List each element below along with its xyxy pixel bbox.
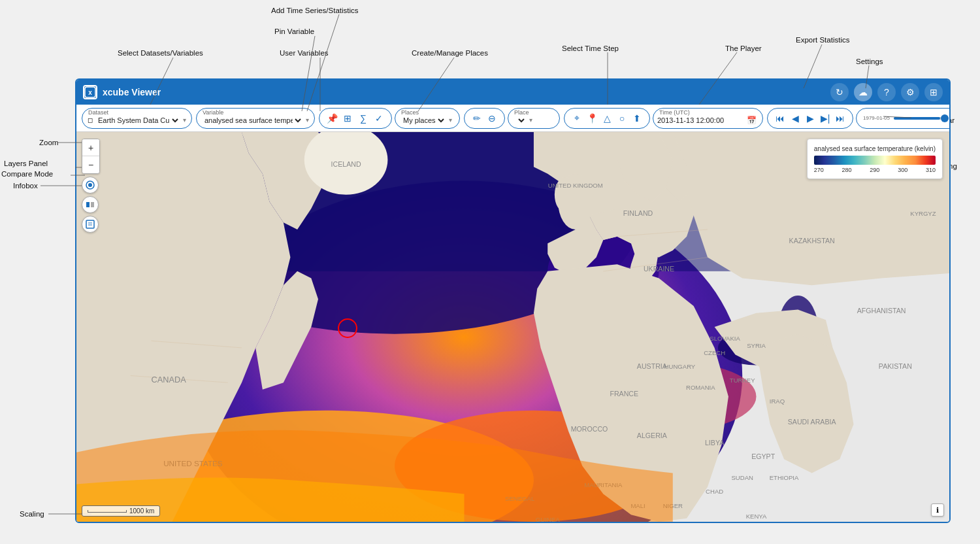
svg-text:EGYPT: EGYPT [751, 452, 776, 460]
svg-text:SUDAN: SUDAN [731, 474, 753, 481]
upload-place-button[interactable]: ⬆ [630, 111, 644, 126]
info-button[interactable]: ℹ [931, 503, 944, 517]
time-input[interactable] [657, 116, 742, 124]
place-select[interactable] [514, 116, 527, 125]
pin-variable-annotation: Pin Variable [274, 27, 314, 35]
zoom-out-button[interactable]: − [82, 156, 99, 173]
svg-text:FRANCE: FRANCE [610, 390, 638, 398]
circle-button[interactable]: ○ [615, 111, 629, 126]
left-controls: + − [82, 139, 100, 233]
svg-text:ROMANIA: ROMANIA [686, 384, 715, 391]
svg-text:ETHIOPIA: ETHIOPIA [770, 474, 799, 481]
slider-fill [894, 117, 941, 120]
tick-290: 290 [870, 167, 879, 173]
time-slider-track[interactable] [894, 117, 949, 120]
settings-button[interactable]: ⚙ [901, 83, 919, 101]
point-button[interactable]: 📍 [585, 111, 599, 126]
svg-rect-65 [91, 202, 94, 207]
refresh-button[interactable]: ↻ [830, 83, 849, 101]
zoom-control-group: + − [82, 139, 100, 174]
infobox-button[interactable] [82, 216, 99, 233]
tick-310: 310 [926, 167, 936, 173]
svg-rect-66 [86, 220, 94, 228]
tick-280: 280 [842, 167, 852, 173]
svg-text:ALGERIA: ALGERIA [637, 432, 668, 439]
player-group: ⏮ ◀ ▶ ▶| ⏭ [767, 108, 853, 129]
svg-text:KENYA: KENYA [746, 513, 767, 520]
compare-mode-button[interactable] [82, 196, 99, 213]
delete-place-button[interactable]: ⊖ [485, 111, 499, 126]
slider-start-date: 1979-01-05 [863, 115, 890, 121]
calendar-button[interactable]: 📅 [744, 113, 759, 128]
scale-bar: 1000 km [82, 505, 160, 517]
places-label: Places [401, 109, 419, 116]
layers-panel-button[interactable] [82, 177, 99, 194]
color-bar [814, 156, 936, 165]
player-first-button[interactable]: ⏮ [773, 111, 787, 126]
svg-text:HUNGARY: HUNGARY [664, 363, 696, 370]
export-statistics-annotation: Export Statistics [796, 36, 849, 44]
dataset-select[interactable]: Earth System Data Cube [95, 116, 180, 125]
place-chevron-icon: ▾ [529, 116, 532, 124]
help-button[interactable]: ? [877, 83, 896, 101]
upload-button[interactable]: ☁ [854, 83, 872, 101]
scale-line [88, 510, 127, 513]
place-label: Place [514, 109, 529, 116]
settings-annotation: Settings [856, 58, 883, 65]
chevron-variable-button[interactable]: ✓ [372, 111, 386, 126]
select-time-step-annotation: Select Time Step [562, 44, 619, 52]
dataset-cube-icon: ◻ [88, 116, 93, 124]
variable-select[interactable]: analysed sea surface temperature [202, 116, 303, 125]
app-logo: x [83, 85, 97, 99]
edit-place-button[interactable]: ✏ [470, 111, 484, 126]
create-manage-places-annotation: Create/Manage Places [412, 49, 488, 57]
player-last-button[interactable]: ⏭ [833, 111, 847, 126]
scale-label: 1000 km [129, 507, 154, 515]
svg-text:MOROCCO: MOROCCO [571, 425, 608, 433]
svg-text:SAUDI ARABIA: SAUDI ARABIA [788, 418, 837, 426]
polygon-button[interactable]: △ [600, 111, 614, 126]
layers-panel-annotation: Layers Panel [4, 160, 48, 167]
place-manage-group: ✏ ⊖ [464, 108, 505, 129]
titlebar: x xcube Viewer ↻ ☁ ? ⚙ ⊞ [76, 80, 949, 105]
player-next-button[interactable]: ▶| [818, 111, 832, 126]
settings2-button[interactable]: ⊞ [924, 83, 943, 101]
zoom-in-button[interactable]: + [82, 139, 99, 156]
tick-300: 300 [898, 167, 907, 173]
dataset-chevron-icon: ▾ [183, 116, 186, 124]
add-time-series-button[interactable]: ∑ [356, 111, 370, 126]
add-time-series-annotation: Add Time Series/Statistics [271, 7, 359, 14]
legend-title: analysed sea surface temperature (kelvin… [814, 144, 936, 153]
player-play-button[interactable]: ▶ [803, 111, 817, 126]
compare-mode-annotation: Compare Mode [1, 170, 53, 178]
place-tools-group: ⌖ 📍 △ ○ ⬆ [564, 108, 650, 129]
variable-chevron-icon: ▾ [306, 116, 309, 124]
user-variables-button[interactable]: ⊞ [340, 111, 355, 126]
svg-text:x: x [88, 89, 92, 96]
map-area[interactable]: CANADA UNITED STATES MEXICO FINLAND UKRA… [76, 132, 949, 522]
svg-text:AUSTRIA: AUSTRIA [637, 362, 668, 370]
svg-text:FINLAND: FINLAND [623, 209, 653, 217]
svg-text:AFGHANISTAN: AFGHANISTAN [857, 307, 906, 314]
places-select[interactable]: My places [400, 116, 446, 125]
svg-text:IRAQ: IRAQ [770, 398, 785, 405]
viewer-container: x xcube Viewer ↻ ☁ ? ⚙ ⊞ Dataset ◻ Earth… [75, 78, 951, 523]
places-chevron-icon: ▾ [449, 116, 452, 124]
slider-thumb[interactable] [941, 114, 949, 122]
pin-variable-button[interactable]: 📌 [325, 111, 339, 126]
player-prev-button[interactable]: ◀ [788, 111, 802, 126]
user-variables-annotation: User Variables [280, 49, 329, 57]
svg-text:KYRGYZ: KYRGYZ [910, 210, 936, 217]
the-player-annotation: The Player [725, 44, 762, 52]
time-slider-group: 1979-01-05 2018-12-31 [856, 108, 951, 129]
svg-text:CANADA: CANADA [152, 375, 187, 384]
app-title: xcube Viewer [103, 87, 161, 97]
zoom-annotation: Zoom [39, 139, 58, 146]
svg-text:TURKEY: TURKEY [730, 377, 755, 384]
locate-button[interactable]: ⌖ [570, 111, 584, 126]
toolbar: Dataset ◻ Earth System Data Cube ▾ Varia… [76, 105, 949, 132]
dataset-label: Dataset [88, 109, 108, 116]
world-map-svg: CANADA UNITED STATES MEXICO FINLAND UKRA… [76, 132, 949, 522]
svg-text:CZECH: CZECH [704, 349, 725, 356]
select-datasets-annotation: Select Datasets/Variables [118, 49, 203, 57]
